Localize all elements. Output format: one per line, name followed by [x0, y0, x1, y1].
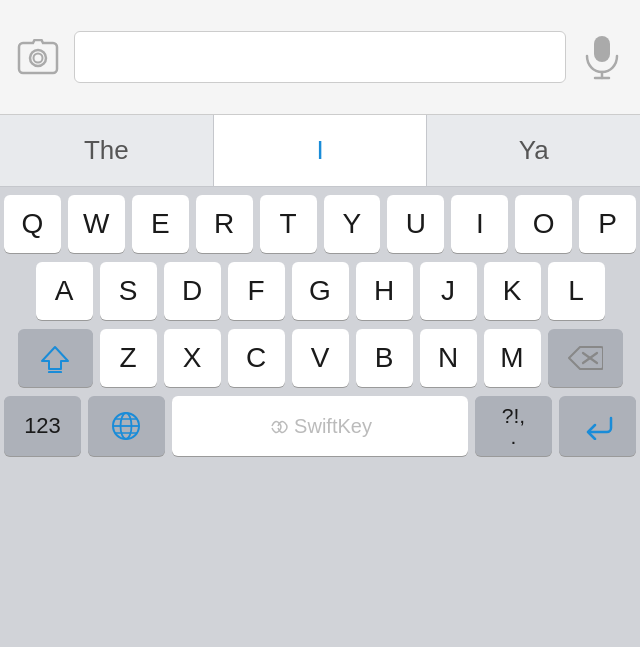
key-G[interactable]: G	[292, 262, 349, 320]
key-N[interactable]: N	[420, 329, 477, 387]
microphone-button[interactable]	[576, 31, 628, 83]
key-row-2: A S D F G H J K L	[4, 262, 636, 320]
svg-point-0	[30, 50, 46, 66]
swiftkey-logo: SwiftKey	[268, 415, 372, 438]
key-A[interactable]: A	[36, 262, 93, 320]
keyboard: Q W E R T Y U I O P A S D F G H J K L Z …	[0, 187, 640, 469]
key-row-1: Q W E R T Y U I O P	[4, 195, 636, 253]
key-Z[interactable]: Z	[100, 329, 157, 387]
key-F[interactable]: F	[228, 262, 285, 320]
shift-icon	[40, 343, 70, 373]
key-P[interactable]: P	[579, 195, 636, 253]
key-L[interactable]: L	[548, 262, 605, 320]
key-D[interactable]: D	[164, 262, 221, 320]
key-O[interactable]: O	[515, 195, 572, 253]
backspace-icon	[567, 345, 603, 371]
key-M[interactable]: M	[484, 329, 541, 387]
punctuation-key[interactable]: ?!, .	[475, 396, 552, 456]
key-W[interactable]: W	[68, 195, 125, 253]
microphone-icon	[583, 34, 621, 80]
numbers-key[interactable]: 123	[4, 396, 81, 456]
key-J[interactable]: J	[420, 262, 477, 320]
camera-icon	[17, 39, 59, 75]
svg-rect-2	[594, 36, 610, 62]
key-row-3: Z X C V B N M	[4, 329, 636, 387]
key-T[interactable]: T	[260, 195, 317, 253]
key-Q[interactable]: Q	[4, 195, 61, 253]
camera-button[interactable]	[12, 31, 64, 83]
suggestion-bar: The I Ya	[0, 115, 640, 187]
key-row-bottom: 123 SwiftKey ?!, .	[4, 396, 636, 456]
key-R[interactable]: R	[196, 195, 253, 253]
key-K[interactable]: K	[484, 262, 541, 320]
key-H[interactable]: H	[356, 262, 413, 320]
key-U[interactable]: U	[387, 195, 444, 253]
key-C[interactable]: C	[228, 329, 285, 387]
suggestion-the[interactable]: The	[0, 115, 214, 186]
backspace-key[interactable]	[548, 329, 623, 387]
key-B[interactable]: B	[356, 329, 413, 387]
key-E[interactable]: E	[132, 195, 189, 253]
globe-icon	[110, 410, 142, 442]
key-S[interactable]: S	[100, 262, 157, 320]
key-Y[interactable]: Y	[324, 195, 381, 253]
search-input[interactable]	[74, 31, 566, 83]
svg-point-1	[34, 54, 43, 63]
swiftkey-icon	[268, 415, 290, 437]
top-bar	[0, 0, 640, 115]
suggestion-ya[interactable]: Ya	[427, 115, 640, 186]
suggestion-I[interactable]: I	[214, 115, 428, 186]
return-key[interactable]	[559, 396, 636, 456]
key-I[interactable]: I	[451, 195, 508, 253]
shift-key[interactable]	[18, 329, 93, 387]
return-icon	[581, 412, 615, 440]
globe-key[interactable]	[88, 396, 165, 456]
key-X[interactable]: X	[164, 329, 221, 387]
space-key[interactable]: SwiftKey	[172, 396, 468, 456]
key-V[interactable]: V	[292, 329, 349, 387]
